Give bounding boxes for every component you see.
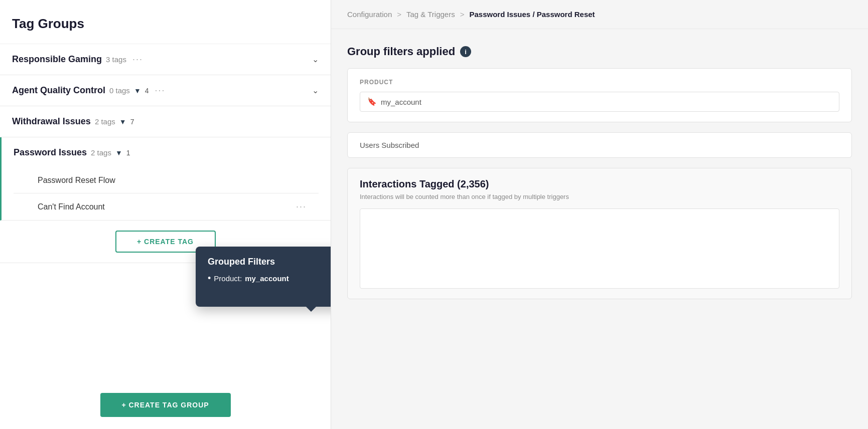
tag-group-agent-quality-control[interactable]: Agent Quality Control 0 tags ▼ 4 ··· ⌄: [0, 75, 331, 106]
password-issues-name: Password Issues: [14, 147, 87, 158]
chevron-agent: ⌄: [312, 86, 319, 95]
tooltip-overlay: Grouped Filters Product: my_account Crea…: [196, 247, 331, 307]
filter-icon-agent: ▼: [134, 87, 141, 95]
breadcrumb: Configuration > Tag & Triggers > Passwor…: [331, 0, 868, 29]
right-panel: Configuration > Tag & Triggers > Passwor…: [331, 0, 868, 429]
create-tag-group-button[interactable]: + CREATE TAG GROUP: [100, 393, 231, 417]
breadcrumb-tag-triggers[interactable]: Tag & Triggers: [406, 10, 455, 19]
section-title: Group filters applied i: [347, 45, 852, 58]
tooltip-box: Grouped Filters Product: my_account Crea…: [196, 247, 331, 307]
tooltip-title: Grouped Filters: [208, 257, 331, 267]
more-dots-cant-find-account[interactable]: ···: [296, 201, 307, 212]
tooltip-item-product: Product: my_account: [208, 273, 331, 284]
tag-group-password-issues[interactable]: Password Issues 2 tags ▼ 1 Password Rese…: [0, 137, 331, 221]
filter-section: PRODUCT 🔖 my_account: [347, 68, 852, 122]
password-issues-sub-items: Password Reset Flow Can't Find Account ·…: [14, 168, 319, 220]
left-header: Tag Groups: [0, 0, 331, 44]
chart-placeholder: [360, 208, 839, 289]
interactions-subtitle: Interactions will be counted more than o…: [360, 193, 839, 200]
interactions-section: Interactions Tagged (2,356) Interactions…: [347, 168, 852, 299]
breadcrumb-configuration[interactable]: Configuration: [347, 10, 392, 19]
chevron-responsible-gaming: ⌄: [312, 55, 319, 64]
users-subscribed: Users Subscribed: [347, 132, 852, 158]
breadcrumb-sep-2: >: [460, 10, 465, 19]
sub-item-password-reset-flow[interactable]: Password Reset Flow: [14, 168, 319, 193]
info-icon[interactable]: i: [460, 46, 471, 57]
create-tag-group-section: + CREATE TAG GROUP: [0, 381, 331, 429]
breadcrumb-sep-1: >: [397, 10, 401, 19]
left-panel: Tag Groups Responsible Gaming 3 tags ···…: [0, 0, 331, 429]
tag-groups-list: Responsible Gaming 3 tags ··· ⌄ Agent Qu…: [0, 44, 331, 381]
sub-item-cant-find-account[interactable]: Can't Find Account ···: [14, 193, 319, 220]
filter-tag-value: my_account: [381, 98, 421, 106]
more-dots-agent[interactable]: ···: [155, 85, 166, 96]
tooltip-created: Created: 05/02/2025: [208, 289, 331, 297]
filter-icon-withdrawal: ▼: [119, 118, 126, 126]
more-dots-responsible-gaming[interactable]: ···: [132, 54, 143, 65]
tag-group-withdrawal-issues[interactable]: Withdrawal Issues 2 tags ▼ 7 Grouped Fil…: [0, 106, 331, 137]
filter-tag: 🔖 my_account: [360, 92, 839, 112]
tag-icon: 🔖: [367, 97, 377, 106]
tag-group-responsible-gaming[interactable]: Responsible Gaming 3 tags ··· ⌄: [0, 44, 331, 75]
interactions-title: Interactions Tagged (2,356): [360, 178, 839, 190]
filter-label: PRODUCT: [360, 79, 839, 86]
page-title: Tag Groups: [12, 16, 319, 32]
breadcrumb-current: Password Issues / Password Reset: [469, 10, 595, 19]
filter-icon-password: ▼: [115, 149, 122, 157]
right-content: Group filters applied i PRODUCT 🔖 my_acc…: [331, 29, 868, 315]
withdrawal-issues-name: Withdrawal Issues: [12, 116, 91, 127]
tooltip-arrow: [306, 307, 316, 312]
